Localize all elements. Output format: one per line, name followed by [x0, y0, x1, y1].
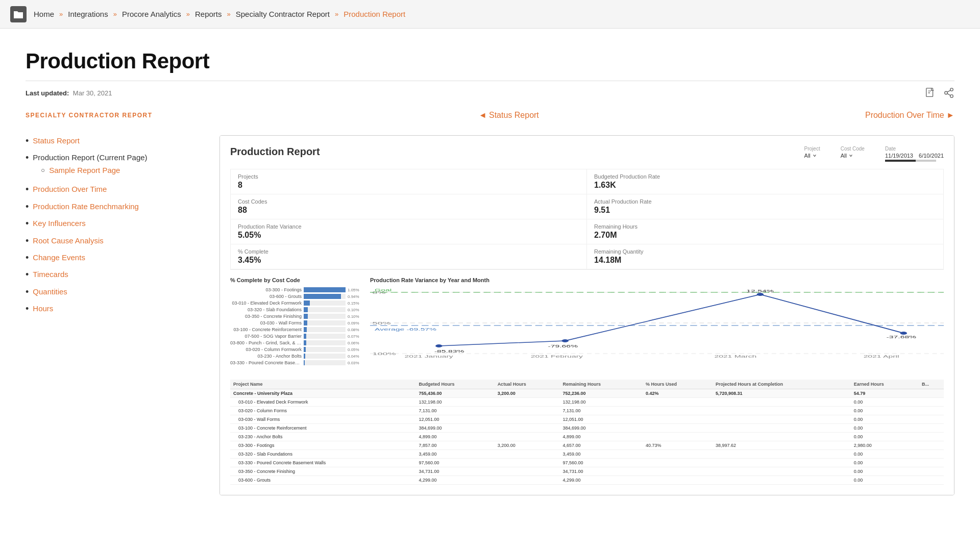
sidebar-link-timecards[interactable]: Timecards: [33, 269, 68, 280]
nav-reports[interactable]: Reports: [195, 10, 222, 18]
sidebar-list: Status Report Production Report (Current…: [26, 135, 199, 315]
filter-project-label: Project: [804, 146, 820, 152]
line-chart-section: Production Rate Variance by Year and Mon…: [370, 277, 944, 365]
charts-row: % Complete by Cost Code 03-300 - Footing…: [230, 277, 944, 365]
table-row: 03-600 - Grouts4,299.004,299.000.00: [230, 476, 944, 485]
bar-pct-label: 1.05%: [348, 288, 363, 292]
bar-pct-label: 0.94%: [348, 294, 363, 299]
table-row: 03-100 - Concrete Reinforcement384,699.0…: [230, 424, 944, 433]
nav-specialty-contractor[interactable]: Specialty Contractor Report: [236, 10, 330, 18]
table-cell-value: [919, 450, 944, 459]
table-cell-value: [713, 485, 851, 485]
date-slider[interactable]: [885, 160, 936, 162]
table-cell-value: [643, 407, 713, 415]
table-cell-name: 03-800 - Punch - Grind, Sack, & Patch: [230, 485, 416, 485]
nav-home[interactable]: Home: [34, 10, 54, 18]
report-header: Production Report Project All Cost Code: [230, 146, 944, 162]
table-cell-value: [495, 450, 560, 459]
sidebar-item-key-influencers: Key Influencers: [26, 218, 199, 230]
bar-chart-row: 03-230 - Anchor Bolts0.04%: [230, 354, 363, 359]
svg-text:-79.66%: -79.66%: [548, 344, 578, 348]
filter-project-value[interactable]: All: [804, 153, 820, 159]
bar-chart-row: 03-320 - Slab Foundations0.10%: [230, 307, 363, 312]
table-cell-value: 0.00: [851, 459, 919, 467]
table-cell-value: [643, 450, 713, 459]
bar-fill: [304, 300, 310, 306]
sidebar-link-production-over-time[interactable]: Production Over Time: [33, 184, 107, 194]
folder-icon[interactable]: [10, 6, 27, 22]
sidebar-link-hours[interactable]: Hours: [33, 303, 53, 314]
bar-fill: [304, 347, 306, 352]
metric-projects: Projects 8: [231, 169, 587, 194]
table-row: 03-020 - Column Forms7,131.007,131.000.0…: [230, 407, 944, 415]
bar-fill: [304, 314, 308, 319]
next-nav-link[interactable]: Production Over Time ►: [865, 111, 954, 120]
pdf-icon[interactable]: [925, 87, 936, 98]
sidebar-link-sample[interactable]: Sample Report Page: [49, 165, 120, 176]
sidebar-link-status-report[interactable]: Status Report: [33, 135, 80, 146]
bar-chart-row: 03-020 - Column Formwork0.05%: [230, 347, 363, 352]
table-cell-value: [713, 398, 851, 407]
sidebar-link-quantities[interactable]: Quantities: [33, 286, 67, 297]
col-projected-hours: Projected Hours at Completion: [713, 380, 851, 389]
two-column-layout: Status Report Production Report (Current…: [26, 135, 954, 495]
last-updated-label: Last updated:: [26, 89, 69, 97]
col-actual-hours: Actual Hours: [495, 380, 560, 389]
nav-production-report[interactable]: Production Report: [344, 10, 405, 18]
table-cell-value: [713, 424, 851, 433]
svg-text:2021 February: 2021 February: [531, 355, 583, 359]
bar-chart-row: 07-500 - SOG Vapor Barrier0.07%: [230, 334, 363, 339]
table-cell-name: 03-020 - Column Forms: [230, 407, 416, 415]
metric-budgeted-prod-rate: Budgeted Production Rate 1.63K: [587, 169, 943, 194]
bar-label: 03-100 - Concrete Reinforcement: [230, 327, 302, 332]
table-cell-name: 03-320 - Slab Foundations: [230, 450, 416, 459]
svg-text:50%: 50%: [372, 321, 390, 325]
sidebar-sub-list: Sample Report Page: [41, 165, 147, 176]
sidebar-link-change-events[interactable]: Change Events: [33, 252, 85, 263]
nav-sep-1: »: [59, 10, 63, 18]
metric-pct-complete: % Complete 3.45%: [231, 244, 587, 269]
table-cell-value: [919, 476, 944, 485]
table-cell-value: 38,997.62: [713, 441, 851, 450]
last-updated-bar: Last updated: Mar 30, 2021: [26, 81, 954, 98]
table-cell-value: 0.00: [851, 433, 919, 441]
table-row: 03-230 - Anchor Bolts4,899.004,899.000.0…: [230, 433, 944, 441]
bar-chart-row: 03-030 - Wall Forms0.09%: [230, 320, 363, 325]
table-cell-value: [643, 398, 713, 407]
nav-procore-analytics[interactable]: Procore Analytics: [122, 10, 181, 18]
table-container[interactable]: Project Name Budgeted Hours Actual Hours…: [230, 372, 944, 485]
table-cell-value: 0.00: [851, 424, 919, 433]
filter-cost-code-label: Cost Code: [841, 146, 865, 152]
sidebar-link-key-influencers[interactable]: Key Influencers: [33, 218, 85, 229]
table-cell-value: [643, 415, 713, 424]
table-cell-value: 3,459.00: [416, 450, 495, 459]
nav-integrations[interactable]: Integrations: [68, 10, 108, 18]
table-cell-value: 3,200.00: [495, 441, 560, 450]
table-cell-value: [643, 459, 713, 467]
filter-cost-code-value[interactable]: All: [841, 153, 865, 159]
prev-nav-link[interactable]: ◄ Status Report: [479, 111, 539, 120]
table-cell-value: [713, 407, 851, 415]
share-icon[interactable]: [943, 87, 954, 98]
bar-track: [304, 340, 346, 345]
nav-sep-3: »: [186, 10, 190, 18]
sidebar-link-benchmarking[interactable]: Production Rate Benchmarking: [33, 201, 139, 212]
svg-point-16: [435, 344, 442, 347]
bar-chart-row: 03-300 - Footings1.05%: [230, 287, 363, 292]
nav-sep-2: »: [113, 10, 117, 18]
svg-point-18: [757, 293, 764, 296]
table-cell-value: 0.00: [851, 485, 919, 485]
metric-actual-prod-rate: Actual Production Rate 9.51: [587, 194, 943, 219]
sidebar-link-root-cause[interactable]: Root Cause Analysis: [33, 235, 103, 246]
bar-chart-row: 03-350 - Concrete Finishing0.10%: [230, 314, 363, 319]
sidebar-item-hours: Hours: [26, 303, 199, 315]
table-cell-value: 7,131.00: [559, 407, 643, 415]
sidebar-item-root-cause: Root Cause Analysis: [26, 235, 199, 247]
bar-chart-section: % Complete by Cost Code 03-300 - Footing…: [230, 277, 363, 365]
bar-pct-label: 0.03%: [348, 361, 363, 365]
col-project-name: Project Name: [230, 380, 416, 389]
bar-pct-label: 0.08%: [348, 328, 363, 332]
table-cell-value: [713, 476, 851, 485]
table-cell-value: 384,699.00: [559, 424, 643, 433]
table-cell-value: 4,899.00: [416, 433, 495, 441]
